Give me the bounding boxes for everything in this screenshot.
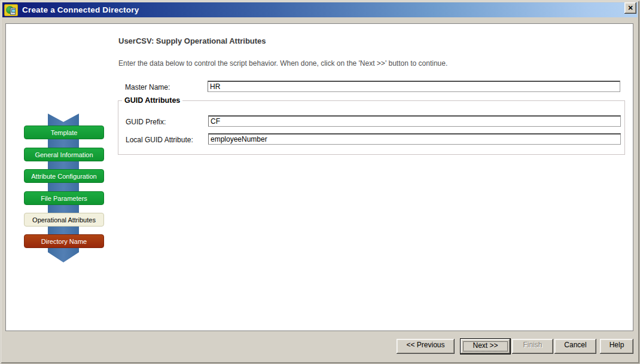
app-icon [4, 4, 18, 16]
titlebar: Create a Connected Directory [2, 2, 638, 17]
computer-icon [10, 8, 16, 15]
wizard-step-template: Template [24, 126, 104, 139]
wizard-step-attribute-configuration: Attribute Configuration [24, 169, 104, 183]
finish-button: Finish [512, 339, 553, 354]
focus-rectangle [463, 341, 508, 351]
content-panel: UserCSV: Supply Operational Attributes E… [5, 23, 633, 331]
wizard-step-label: Directory Name [41, 238, 87, 245]
page-instruction: Enter the data below to control the scri… [118, 59, 447, 68]
guid-groupbox-title: GUID Attributes [122, 96, 182, 105]
window-title: Create a Connected Directory [22, 5, 139, 14]
close-icon: ✕ [627, 4, 633, 12]
close-button[interactable]: ✕ [624, 2, 636, 14]
wizard-step-label: Template [51, 129, 78, 136]
wizard-step-label: File Parameters [41, 195, 87, 202]
cancel-button[interactable]: Cancel [554, 339, 596, 354]
wizard-step-label: General Information [35, 151, 93, 158]
local-guid-attribute-input[interactable] [208, 133, 621, 145]
wizard-step-operational-attributes: Operational Attributes [24, 213, 104, 227]
page-title: UserCSV: Supply Operational Attributes [118, 36, 266, 45]
master-name-input[interactable] [208, 81, 620, 92]
local-guid-attribute-label: Local GUID Attribute: [126, 136, 193, 144]
next-button[interactable]: Next >> [460, 338, 511, 354]
wizard-step-directory-name: Directory Name [24, 234, 104, 248]
dialog-window: Create a Connected Directory ✕ UserCSV: … [0, 0, 640, 364]
guid-attributes-groupbox: GUID Attributes GUID Prefix: Local GUID … [118, 100, 625, 155]
wizard-step-label: Attribute Configuration [31, 173, 96, 180]
guid-prefix-input[interactable] [208, 115, 621, 127]
wizard-step-label: Operational Attributes [32, 216, 96, 224]
help-button[interactable]: Help [600, 339, 633, 354]
guid-prefix-label: GUID Prefix: [126, 118, 166, 126]
previous-button[interactable]: << Previous [397, 339, 455, 354]
wizard-step-file-parameters: File Parameters [24, 191, 104, 205]
wizard-step-general-information: General Information [24, 148, 104, 161]
master-name-label: Master Name: [125, 83, 170, 91]
